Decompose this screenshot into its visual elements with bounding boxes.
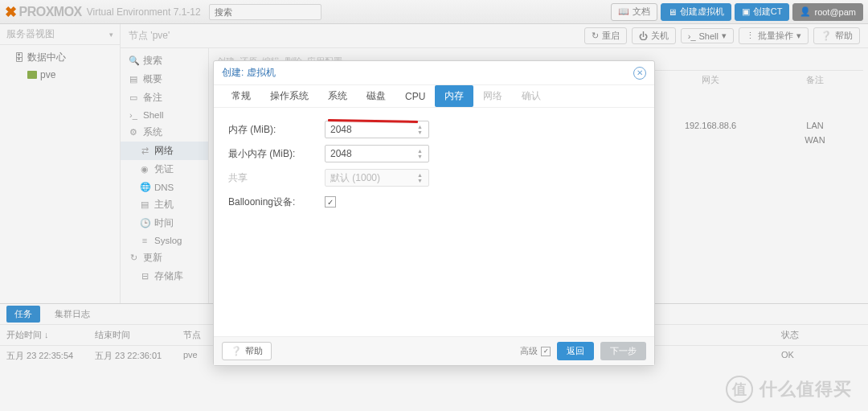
- wizard-tabs: 常规 操作系统 系统 磁盘 CPU 内存 网络 确认: [214, 85, 654, 108]
- dialog-footer: ❔帮助 高级 ✓ 返回 下一步: [214, 336, 654, 365]
- tab-network[interactable]: 网络: [473, 85, 512, 107]
- share-label: 共享: [228, 171, 325, 185]
- spinner-icon[interactable]: ▲▼: [417, 146, 427, 162]
- ballooning-label: Ballooning设备:: [228, 195, 325, 209]
- dialog-title-bar: 创建: 虚拟机 ✕: [214, 61, 654, 85]
- help-icon: ❔: [231, 346, 242, 356]
- min-memory-input[interactable]: 2048 ▲▼: [325, 145, 429, 162]
- dialog-body: 内存 (MiB): 2048 ▲▼ 最小内存 (MiB): 2048 ▲▼ 共享…: [214, 108, 654, 336]
- create-vm-dialog: 创建: 虚拟机 ✕ 常规 操作系统 系统 磁盘 CPU 内存 网络 确认 内存 …: [213, 60, 655, 366]
- close-button[interactable]: ✕: [633, 67, 646, 80]
- watermark: 值 什么值得买: [726, 376, 852, 403]
- tab-general[interactable]: 常规: [222, 85, 260, 107]
- watermark-icon: 值: [726, 376, 753, 403]
- memory-input[interactable]: 2048 ▲▼: [325, 121, 429, 138]
- close-icon: ✕: [637, 68, 643, 77]
- tab-cpu[interactable]: CPU: [395, 87, 435, 106]
- dialog-help-button[interactable]: ❔帮助: [222, 342, 272, 360]
- back-button[interactable]: 返回: [557, 342, 594, 360]
- tab-system[interactable]: 系统: [318, 85, 357, 107]
- tab-confirm[interactable]: 确认: [512, 85, 551, 107]
- tab-os[interactable]: 操作系统: [260, 85, 318, 107]
- share-input: 默认 (1000) ▲▼: [325, 169, 429, 187]
- tab-disk[interactable]: 磁盘: [357, 85, 395, 107]
- min-memory-label: 最小内存 (MiB):: [228, 147, 325, 161]
- spinner-icon: ▲▼: [417, 170, 427, 186]
- dialog-title: 创建: 虚拟机: [222, 66, 276, 80]
- spinner-icon[interactable]: ▲▼: [417, 121, 427, 138]
- tab-memory[interactable]: 内存: [435, 85, 473, 107]
- next-button[interactable]: 下一步: [600, 342, 646, 360]
- memory-label: 内存 (MiB):: [228, 123, 325, 137]
- ballooning-checkbox[interactable]: ✓: [325, 196, 336, 208]
- advanced-toggle[interactable]: 高级 ✓: [520, 345, 551, 357]
